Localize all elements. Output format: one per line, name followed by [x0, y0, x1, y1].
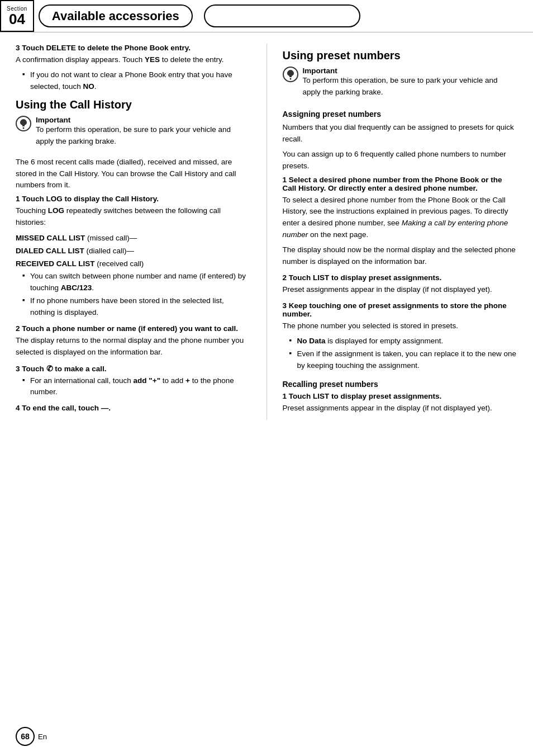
- preset-step1-body2: The display should now be the normal dis…: [283, 244, 518, 268]
- call-history-important-text: Important To perform this operation, be …: [36, 116, 251, 151]
- preset-step3-bullet2: Even if the assignment is taken, you can…: [289, 348, 518, 372]
- preset-step2-title: 2 Touch LIST to display preset assignmen…: [283, 273, 518, 282]
- dialed-call-label: DIALED CALL LIST (dialled call)—: [16, 245, 251, 258]
- step1-bullets: You can switch between phone number and …: [16, 271, 251, 319]
- preset-step3-bullet1: No Data is displayed for empty assignmen…: [289, 336, 518, 347]
- step2: 2 Touch a phone number or name (if enter…: [16, 324, 251, 358]
- preset-important-label: Important: [303, 67, 518, 75]
- header-title: Available accessories: [52, 9, 179, 23]
- page-header: Section 04 Available accessories: [0, 0, 533, 32]
- intro-step3-bullets: If you do not want to clear a Phone Book…: [16, 69, 251, 93]
- page-footer: 68 En: [16, 727, 47, 746]
- assigning-heading: Assigning preset numbers: [283, 110, 518, 119]
- step1-bullet2: If no phone numbers have been stored in …: [22, 295, 251, 319]
- step3-bullet1: For an international call, touch add "+"…: [22, 375, 251, 399]
- intro-step3: 3 Touch DELETE to delete the Phone Book …: [16, 44, 251, 93]
- footer-language: En: [38, 733, 47, 741]
- step1-title: 1 Touch LOG to display the Call History.: [16, 195, 251, 203]
- page-number: 68: [21, 732, 30, 741]
- preset-step1-title: 1 Select a desired phone number from the…: [283, 176, 518, 192]
- step1: 1 Touch LOG to display the Call History.…: [16, 195, 251, 318]
- step4: 4 To end the call, touch —.: [16, 404, 251, 412]
- preset-important-icon: [283, 67, 298, 82]
- preset-important-body: To perform this operation, be sure to pa…: [303, 75, 518, 98]
- section-number: 04: [9, 12, 25, 26]
- preset-step2-body: Preset assignments appear in the display…: [283, 284, 518, 296]
- intro-step3-bullet1: If you do not want to clear a Phone Book…: [22, 69, 251, 93]
- call-history-heading: Using the Call History: [16, 98, 251, 111]
- step2-title: 2 Touch a phone number or name (if enter…: [16, 324, 251, 333]
- recalling-heading: Recalling preset numbers: [283, 380, 518, 389]
- svg-point-1: [23, 127, 25, 129]
- recall-step1-body: Preset assignments appear in the display…: [283, 403, 518, 414]
- recall-step1-title: 1 Touch LIST to display preset assignmen…: [283, 392, 518, 400]
- preset-step3-body: The phone number you selected is stored …: [283, 320, 518, 332]
- step3: 3 Touch ✆ to make a call. For an interna…: [16, 364, 251, 399]
- received-call-label: RECEIVED CALL LIST (received call): [16, 258, 251, 271]
- preset-step1: 1 Select a desired phone number from the…: [283, 176, 518, 268]
- page: Section 04 Available accessories 3 Touch…: [0, 0, 533, 756]
- preset-step3-title: 3 Keep touching one of preset assignment…: [283, 301, 518, 318]
- right-column: Using preset numbers Important To perfor…: [283, 44, 518, 420]
- preset-step3: 3 Keep touching one of preset assignment…: [283, 301, 518, 372]
- column-divider: [266, 44, 267, 420]
- preset-step2: 2 Touch LIST to display preset assignmen…: [283, 273, 518, 296]
- main-content: 3 Touch DELETE to delete the Phone Book …: [0, 32, 533, 431]
- left-column: 3 Touch DELETE to delete the Phone Book …: [16, 44, 251, 420]
- section-badge: Section 04: [0, 0, 34, 32]
- preset-heading: Using preset numbers: [283, 49, 518, 62]
- intro-step3-body1: A confirmation display appears. Touch YE…: [16, 54, 251, 66]
- call-history-intro: The 6 most recent calls made (dialled), …: [16, 157, 251, 192]
- important-label: Important: [36, 116, 251, 124]
- svg-point-3: [289, 78, 291, 80]
- assigning-body1: Numbers that you dial frequently can be …: [283, 122, 518, 145]
- important-icon: [16, 116, 31, 131]
- step1-bullet1: You can switch between phone number and …: [22, 271, 251, 294]
- header-right-pill: [204, 4, 360, 27]
- preset-important-text: Important To perform this operation, be …: [303, 67, 518, 102]
- missed-call-label: MISSED CALL LIST (missed call)—: [16, 232, 251, 245]
- important-body: To perform this operation, be sure to pa…: [36, 124, 251, 148]
- step2-body: The display returns to the normal displa…: [16, 335, 251, 358]
- assigning-body2: You can assign up to 6 frequently called…: [283, 149, 518, 172]
- recall-step1: 1 Touch LIST to display preset assignmen…: [283, 392, 518, 414]
- preset-step1-body: To select a desired phone number from th…: [283, 195, 518, 242]
- call-history-important: Important To perform this operation, be …: [16, 116, 251, 151]
- header-title-pill: Available accessories: [39, 4, 193, 27]
- preset-important: Important To perform this operation, be …: [283, 67, 518, 102]
- intro-step3-title: 3 Touch DELETE to delete the Phone Book …: [16, 44, 251, 52]
- step3-title: 3 Touch ✆ to make a call.: [16, 364, 251, 373]
- page-number-badge: 68: [16, 727, 35, 746]
- step1-body: Touching LOG repeatedly switches between…: [16, 205, 251, 229]
- step3-bullets: For an international call, touch add "+"…: [16, 375, 251, 399]
- step4-title: 4 To end the call, touch —.: [16, 404, 251, 412]
- preset-step3-bullets: No Data is displayed for empty assignmen…: [283, 336, 518, 372]
